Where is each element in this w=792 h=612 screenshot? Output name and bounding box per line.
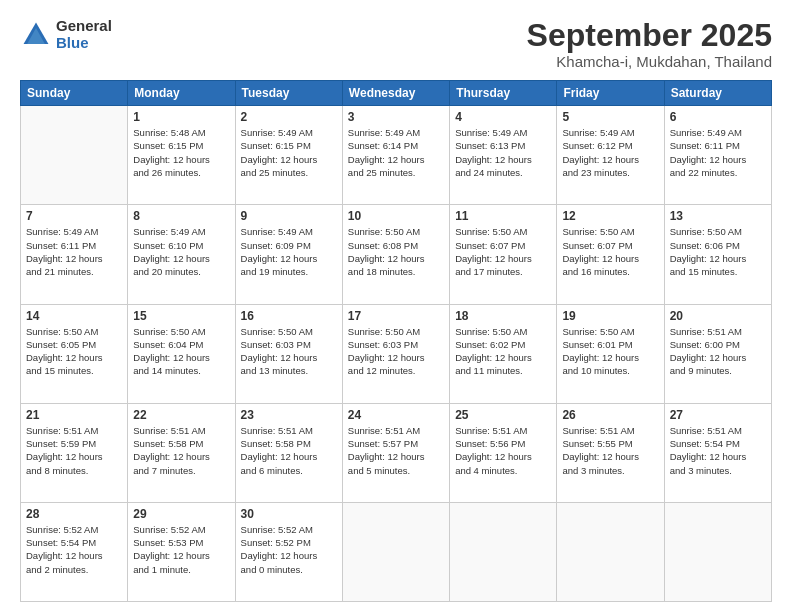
day-info: Sunrise: 5:49 AM Sunset: 6:14 PM Dayligh… xyxy=(348,126,444,179)
calendar-cell: 28Sunrise: 5:52 AM Sunset: 5:54 PM Dayli… xyxy=(21,502,128,601)
calendar-header-row: SundayMondayTuesdayWednesdayThursdayFrid… xyxy=(21,81,772,106)
day-header-thursday: Thursday xyxy=(450,81,557,106)
calendar-cell: 29Sunrise: 5:52 AM Sunset: 5:53 PM Dayli… xyxy=(128,502,235,601)
calendar-cell: 27Sunrise: 5:51 AM Sunset: 5:54 PM Dayli… xyxy=(664,403,771,502)
calendar-cell xyxy=(342,502,449,601)
day-info: Sunrise: 5:49 AM Sunset: 6:15 PM Dayligh… xyxy=(241,126,337,179)
calendar-cell: 20Sunrise: 5:51 AM Sunset: 6:00 PM Dayli… xyxy=(664,304,771,403)
calendar-cell xyxy=(557,502,664,601)
day-number: 11 xyxy=(455,209,551,223)
day-number: 12 xyxy=(562,209,658,223)
day-header-tuesday: Tuesday xyxy=(235,81,342,106)
day-info: Sunrise: 5:49 AM Sunset: 6:11 PM Dayligh… xyxy=(670,126,766,179)
calendar-week-row: 28Sunrise: 5:52 AM Sunset: 5:54 PM Dayli… xyxy=(21,502,772,601)
day-info: Sunrise: 5:50 AM Sunset: 6:01 PM Dayligh… xyxy=(562,325,658,378)
day-number: 8 xyxy=(133,209,229,223)
day-number: 18 xyxy=(455,309,551,323)
logo: General Blue xyxy=(20,18,112,51)
day-info: Sunrise: 5:50 AM Sunset: 6:08 PM Dayligh… xyxy=(348,225,444,278)
day-info: Sunrise: 5:50 AM Sunset: 6:02 PM Dayligh… xyxy=(455,325,551,378)
month-title: September 2025 xyxy=(527,18,772,53)
calendar-cell: 1Sunrise: 5:48 AM Sunset: 6:15 PM Daylig… xyxy=(128,106,235,205)
day-number: 25 xyxy=(455,408,551,422)
calendar-week-row: 1Sunrise: 5:48 AM Sunset: 6:15 PM Daylig… xyxy=(21,106,772,205)
day-number: 15 xyxy=(133,309,229,323)
day-info: Sunrise: 5:51 AM Sunset: 6:00 PM Dayligh… xyxy=(670,325,766,378)
calendar-cell: 6Sunrise: 5:49 AM Sunset: 6:11 PM Daylig… xyxy=(664,106,771,205)
calendar-cell: 14Sunrise: 5:50 AM Sunset: 6:05 PM Dayli… xyxy=(21,304,128,403)
calendar-cell: 18Sunrise: 5:50 AM Sunset: 6:02 PM Dayli… xyxy=(450,304,557,403)
logo-blue-text: Blue xyxy=(56,35,112,52)
day-number: 24 xyxy=(348,408,444,422)
day-number: 16 xyxy=(241,309,337,323)
calendar-week-row: 7Sunrise: 5:49 AM Sunset: 6:11 PM Daylig… xyxy=(21,205,772,304)
day-info: Sunrise: 5:50 AM Sunset: 6:06 PM Dayligh… xyxy=(670,225,766,278)
day-header-monday: Monday xyxy=(128,81,235,106)
calendar-cell: 3Sunrise: 5:49 AM Sunset: 6:14 PM Daylig… xyxy=(342,106,449,205)
day-info: Sunrise: 5:51 AM Sunset: 5:54 PM Dayligh… xyxy=(670,424,766,477)
day-number: 26 xyxy=(562,408,658,422)
calendar-cell: 8Sunrise: 5:49 AM Sunset: 6:10 PM Daylig… xyxy=(128,205,235,304)
day-info: Sunrise: 5:49 AM Sunset: 6:10 PM Dayligh… xyxy=(133,225,229,278)
calendar-table: SundayMondayTuesdayWednesdayThursdayFrid… xyxy=(20,80,772,602)
day-info: Sunrise: 5:52 AM Sunset: 5:54 PM Dayligh… xyxy=(26,523,122,576)
day-info: Sunrise: 5:51 AM Sunset: 5:56 PM Dayligh… xyxy=(455,424,551,477)
day-info: Sunrise: 5:50 AM Sunset: 6:03 PM Dayligh… xyxy=(348,325,444,378)
day-number: 10 xyxy=(348,209,444,223)
calendar-cell: 15Sunrise: 5:50 AM Sunset: 6:04 PM Dayli… xyxy=(128,304,235,403)
day-number: 19 xyxy=(562,309,658,323)
day-info: Sunrise: 5:51 AM Sunset: 5:58 PM Dayligh… xyxy=(133,424,229,477)
calendar-cell: 10Sunrise: 5:50 AM Sunset: 6:08 PM Dayli… xyxy=(342,205,449,304)
day-number: 28 xyxy=(26,507,122,521)
day-info: Sunrise: 5:51 AM Sunset: 5:58 PM Dayligh… xyxy=(241,424,337,477)
day-number: 14 xyxy=(26,309,122,323)
logo-icon xyxy=(20,19,52,51)
day-info: Sunrise: 5:49 AM Sunset: 6:12 PM Dayligh… xyxy=(562,126,658,179)
calendar-cell: 4Sunrise: 5:49 AM Sunset: 6:13 PM Daylig… xyxy=(450,106,557,205)
day-number: 17 xyxy=(348,309,444,323)
day-number: 9 xyxy=(241,209,337,223)
day-info: Sunrise: 5:50 AM Sunset: 6:05 PM Dayligh… xyxy=(26,325,122,378)
day-info: Sunrise: 5:51 AM Sunset: 5:55 PM Dayligh… xyxy=(562,424,658,477)
day-number: 2 xyxy=(241,110,337,124)
day-number: 5 xyxy=(562,110,658,124)
day-info: Sunrise: 5:51 AM Sunset: 5:57 PM Dayligh… xyxy=(348,424,444,477)
calendar-cell: 19Sunrise: 5:50 AM Sunset: 6:01 PM Dayli… xyxy=(557,304,664,403)
calendar-cell xyxy=(450,502,557,601)
day-header-saturday: Saturday xyxy=(664,81,771,106)
calendar-cell: 13Sunrise: 5:50 AM Sunset: 6:06 PM Dayli… xyxy=(664,205,771,304)
header: General Blue September 2025 Khamcha-i, M… xyxy=(20,18,772,70)
day-number: 7 xyxy=(26,209,122,223)
calendar-cell: 21Sunrise: 5:51 AM Sunset: 5:59 PM Dayli… xyxy=(21,403,128,502)
day-number: 22 xyxy=(133,408,229,422)
day-number: 6 xyxy=(670,110,766,124)
calendar-cell: 17Sunrise: 5:50 AM Sunset: 6:03 PM Dayli… xyxy=(342,304,449,403)
day-info: Sunrise: 5:51 AM Sunset: 5:59 PM Dayligh… xyxy=(26,424,122,477)
calendar-cell: 16Sunrise: 5:50 AM Sunset: 6:03 PM Dayli… xyxy=(235,304,342,403)
day-info: Sunrise: 5:50 AM Sunset: 6:07 PM Dayligh… xyxy=(562,225,658,278)
day-number: 29 xyxy=(133,507,229,521)
page: General Blue September 2025 Khamcha-i, M… xyxy=(0,0,792,612)
calendar-cell: 2Sunrise: 5:49 AM Sunset: 6:15 PM Daylig… xyxy=(235,106,342,205)
day-number: 23 xyxy=(241,408,337,422)
day-number: 30 xyxy=(241,507,337,521)
calendar-week-row: 21Sunrise: 5:51 AM Sunset: 5:59 PM Dayli… xyxy=(21,403,772,502)
location-title: Khamcha-i, Mukdahan, Thailand xyxy=(527,53,772,70)
calendar-cell: 24Sunrise: 5:51 AM Sunset: 5:57 PM Dayli… xyxy=(342,403,449,502)
day-header-friday: Friday xyxy=(557,81,664,106)
day-info: Sunrise: 5:50 AM Sunset: 6:04 PM Dayligh… xyxy=(133,325,229,378)
day-info: Sunrise: 5:49 AM Sunset: 6:11 PM Dayligh… xyxy=(26,225,122,278)
calendar-cell: 25Sunrise: 5:51 AM Sunset: 5:56 PM Dayli… xyxy=(450,403,557,502)
calendar-cell: 12Sunrise: 5:50 AM Sunset: 6:07 PM Dayli… xyxy=(557,205,664,304)
calendar-cell: 22Sunrise: 5:51 AM Sunset: 5:58 PM Dayli… xyxy=(128,403,235,502)
calendar-week-row: 14Sunrise: 5:50 AM Sunset: 6:05 PM Dayli… xyxy=(21,304,772,403)
day-info: Sunrise: 5:50 AM Sunset: 6:07 PM Dayligh… xyxy=(455,225,551,278)
day-info: Sunrise: 5:52 AM Sunset: 5:52 PM Dayligh… xyxy=(241,523,337,576)
day-info: Sunrise: 5:49 AM Sunset: 6:13 PM Dayligh… xyxy=(455,126,551,179)
day-number: 3 xyxy=(348,110,444,124)
calendar-cell: 30Sunrise: 5:52 AM Sunset: 5:52 PM Dayli… xyxy=(235,502,342,601)
day-number: 21 xyxy=(26,408,122,422)
logo-general-text: General xyxy=(56,18,112,35)
day-header-wednesday: Wednesday xyxy=(342,81,449,106)
day-number: 13 xyxy=(670,209,766,223)
